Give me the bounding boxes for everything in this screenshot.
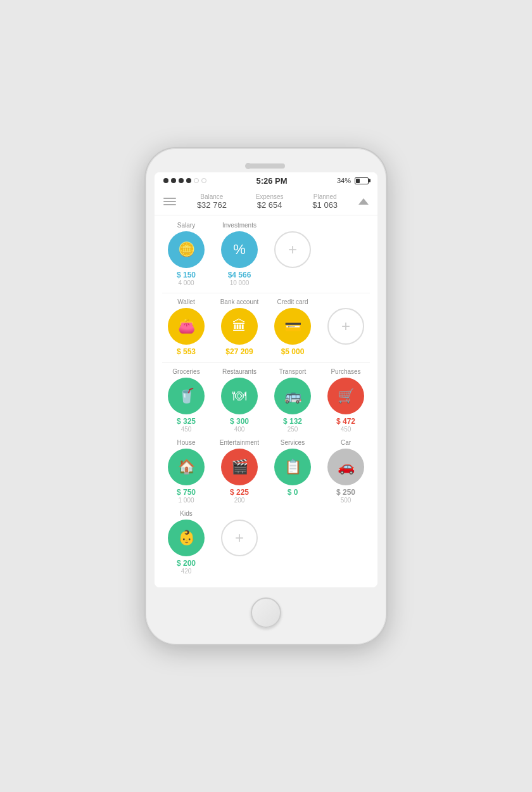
restaurants-item[interactable]: Restaurants 🍽 $ 300 400 (215, 368, 263, 433)
purchases-amount: $ 472 (336, 417, 355, 426)
kids-item[interactable]: Kids 👶 $ 200 420 (162, 510, 210, 575)
transport-item[interactable]: Transport 🚌 $ 132 250 (269, 368, 317, 433)
expenses-value: $2 654 (256, 200, 284, 210)
camera (245, 163, 251, 169)
purchases-item[interactable]: Purchases 🛒 $ 472 450 (322, 368, 370, 433)
credit-label: Credit card (277, 298, 308, 305)
accounts-grid: Wallet 👛 $ 553 Bank account 🏛 $27 209 Cr… (162, 298, 370, 356)
salary-sub: 4 000 (178, 279, 194, 286)
income-add-icon: + (274, 231, 311, 268)
home-button[interactable] (251, 597, 281, 628)
dot3 (179, 178, 184, 183)
car-item[interactable]: Car 🚗 $ 250 500 (322, 439, 370, 504)
expenses-label: Expenses (256, 193, 284, 200)
salary-item[interactable]: Salary 🪙 $ 150 4 000 (162, 222, 210, 286)
restaurants-icon: 🍽 (221, 378, 258, 414)
kids-label: Kids (180, 510, 192, 517)
house-label: House (177, 439, 196, 446)
expenses-grid-1: Groceries 🥤 $ 325 450 Restaurants 🍽 $ 30… (162, 368, 370, 433)
dot5 (194, 178, 199, 183)
investments-label: Investments (222, 222, 256, 229)
investments-item[interactable]: Investments % $4 566 10 000 (215, 222, 263, 286)
wallet-label: Wallet (177, 298, 194, 305)
credit-icon: 💳 (274, 308, 311, 345)
restaurants-label: Restaurants (222, 368, 256, 375)
entertainment-label: Entertainment (220, 439, 259, 446)
expense-add-icon: + (221, 520, 258, 556)
dot4 (186, 178, 191, 183)
salary-icon: 🪙 (168, 231, 205, 268)
dot1 (163, 178, 168, 183)
transport-label: Transport (279, 368, 306, 375)
divider-1 (162, 293, 370, 293)
account-add-item[interactable]: + (322, 298, 370, 356)
groceries-sub: 450 (181, 426, 192, 433)
dot2 (171, 178, 176, 183)
kids-sub: 420 (181, 568, 192, 575)
status-time: 5:26 PM (256, 176, 287, 186)
expenses-grid-3: Kids 👶 $ 200 420 + (162, 510, 370, 575)
menu-line-2 (163, 201, 176, 202)
bank-label: Bank account (220, 298, 259, 305)
speaker (247, 163, 285, 169)
expense-add-label (239, 510, 241, 517)
services-amount: $ 0 (288, 488, 298, 497)
signal-dots (163, 178, 206, 183)
expense-add-item[interactable]: + (215, 510, 263, 575)
status-bar: 5:26 PM 34% (155, 172, 377, 188)
income-add-item[interactable]: + (269, 222, 317, 286)
phone-screen: 5:26 PM 34% Balance $32 762 (155, 172, 377, 587)
bank-icon: 🏛 (221, 308, 258, 345)
services-item[interactable]: Services 📋 $ 0 (269, 439, 317, 504)
battery-fill (356, 179, 360, 183)
wallet-amount: $ 553 (177, 347, 196, 356)
restaurants-amount: $ 300 (230, 417, 249, 426)
groceries-item[interactable]: Groceries 🥤 $ 325 450 (162, 368, 210, 433)
investments-sub: 10 000 (230, 279, 250, 286)
credit-item[interactable]: Credit card 💳 $5 000 (269, 298, 317, 356)
bank-amount: $27 209 (225, 347, 253, 356)
investments-amount: $4 566 (228, 271, 251, 279)
services-label: Services (281, 439, 305, 446)
chevron-up-icon[interactable] (358, 198, 369, 205)
status-right: 34% (337, 177, 369, 184)
phone-top-bar (155, 157, 377, 172)
header-stats: Balance $32 762 Expenses $2 654 Planned … (182, 193, 352, 210)
menu-button[interactable] (163, 198, 176, 205)
divider-2 (162, 362, 370, 363)
groceries-icon: 🥤 (168, 378, 205, 414)
phone-frame: 5:26 PM 34% Balance $32 762 (146, 148, 386, 644)
services-icon: 📋 (274, 449, 311, 485)
house-sub: 1 000 (178, 497, 194, 504)
groceries-label: Groceries (172, 368, 200, 375)
purchases-icon: 🛒 (327, 378, 364, 414)
expenses-stat: Expenses $2 654 (256, 193, 284, 210)
bank-item[interactable]: Bank account 🏛 $27 209 (215, 298, 263, 356)
credit-amount: $5 000 (281, 347, 305, 356)
kids-amount: $ 200 (177, 559, 196, 568)
entertainment-item[interactable]: Entertainment 🎬 $ 225 200 (215, 439, 263, 504)
wallet-item[interactable]: Wallet 👛 $ 553 (162, 298, 210, 356)
balance-label: Balance (197, 193, 227, 200)
balance-stat: Balance $32 762 (197, 193, 227, 210)
investments-icon: % (221, 231, 258, 268)
expenses-grid-2: House 🏠 $ 750 1 000 Entertainment 🎬 $ 22… (162, 439, 370, 504)
entertainment-amount: $ 225 (230, 488, 249, 497)
salary-label: Salary (177, 222, 195, 229)
purchases-label: Purchases (331, 368, 360, 375)
phone-bottom (155, 587, 377, 636)
restaurants-sub: 400 (234, 426, 245, 433)
planned-label: Planned (312, 193, 338, 200)
wallet-icon: 👛 (168, 308, 205, 345)
planned-stat: Planned $1 063 (312, 193, 338, 210)
transport-sub: 250 (288, 426, 298, 433)
car-sub: 500 (341, 497, 352, 504)
house-amount: $ 750 (177, 488, 196, 497)
house-item[interactable]: House 🏠 $ 750 1 000 (162, 439, 210, 504)
planned-value: $1 063 (312, 200, 338, 210)
car-icon: 🚗 (327, 449, 364, 485)
app-content: Salary 🪙 $ 150 4 000 Investments % $4 56… (155, 215, 377, 587)
battery-percent: 34% (337, 177, 351, 184)
car-label: Car (341, 439, 351, 446)
menu-line-1 (163, 198, 176, 199)
